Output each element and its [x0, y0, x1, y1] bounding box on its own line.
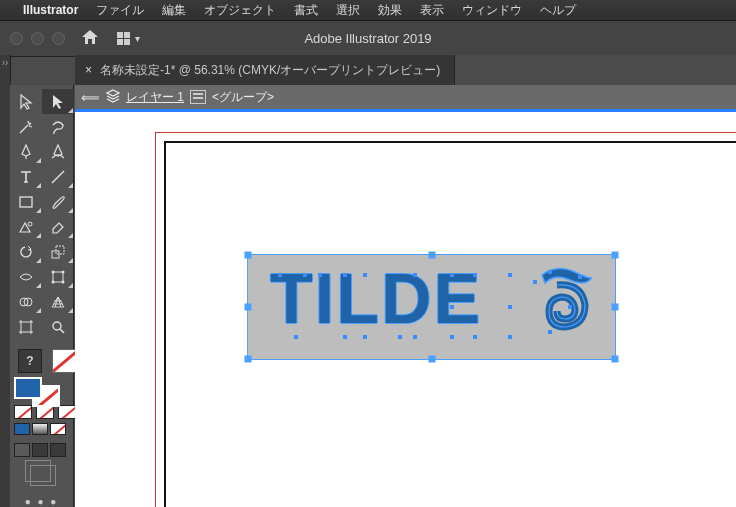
- app-title: Adobe Illustrator 2019: [304, 31, 431, 46]
- draw-behind-button[interactable]: [32, 443, 48, 457]
- screen-mode-button[interactable]: [30, 465, 56, 486]
- document-tab-label: 名称未設定-1* @ 56.31% (CMYK/オーバープリントプレビュー): [100, 62, 440, 79]
- svg-point-6: [61, 270, 64, 273]
- pen-tool[interactable]: [10, 139, 42, 164]
- menu-view[interactable]: 表示: [411, 0, 453, 20]
- none-mini-swatch[interactable]: [58, 405, 76, 419]
- menu-window[interactable]: ウィンドウ: [453, 0, 531, 20]
- fill-mini-swatch[interactable]: [14, 405, 32, 419]
- svg-point-5: [51, 270, 54, 273]
- handle-bot-left[interactable]: [245, 356, 252, 363]
- layers-icon[interactable]: [106, 89, 120, 106]
- artboard-tool[interactable]: [10, 314, 42, 339]
- handle-top-mid[interactable]: [428, 252, 435, 259]
- handle-top-right[interactable]: [612, 252, 619, 259]
- svg-point-8: [61, 280, 64, 283]
- document-tab[interactable]: × 名称未設定-1* @ 56.31% (CMYK/オーバープリントプレビュー): [75, 55, 455, 85]
- line-segment-tool[interactable]: [42, 164, 74, 189]
- menu-effect[interactable]: 効果: [369, 0, 411, 20]
- zoom-tool[interactable]: [42, 314, 74, 339]
- gradient-mode-button[interactable]: [32, 423, 48, 435]
- width-tool[interactable]: [10, 264, 42, 289]
- perspective-grid-tool[interactable]: [42, 289, 74, 314]
- draw-normal-button[interactable]: [14, 443, 30, 457]
- document-tabs: × 名称未設定-1* @ 56.31% (CMYK/オーバープリントプレビュー): [75, 55, 736, 86]
- menu-type[interactable]: 書式: [285, 0, 327, 20]
- handle-mid-left[interactable]: [245, 304, 252, 311]
- chevron-down-icon: ▾: [135, 33, 140, 44]
- current-layer-link[interactable]: レイヤー 1: [126, 89, 184, 106]
- home-button[interactable]: [81, 29, 99, 49]
- selected-group[interactable]: TILDE: [247, 254, 616, 360]
- handle-bot-mid[interactable]: [428, 356, 435, 363]
- close-icon[interactable]: ×: [85, 63, 92, 77]
- tool-panel: ? ● ● ●: [10, 85, 74, 507]
- curvature-tool[interactable]: [42, 139, 74, 164]
- svg-point-1: [28, 222, 32, 226]
- window-close-button[interactable]: [10, 32, 23, 45]
- window-controls: [0, 32, 65, 45]
- shaper-tool[interactable]: [10, 214, 42, 239]
- unknown-tool-placeholder[interactable]: ?: [18, 349, 42, 373]
- scale-tool[interactable]: [42, 239, 74, 264]
- handle-bot-right[interactable]: [612, 356, 619, 363]
- paintbrush-tool[interactable]: [42, 189, 74, 214]
- magic-wand-tool[interactable]: [10, 114, 42, 139]
- svg-rect-3: [56, 246, 64, 254]
- menu-edit[interactable]: 編集: [153, 0, 195, 20]
- none-mode-button[interactable]: [50, 423, 66, 435]
- menu-help[interactable]: ヘルプ: [531, 0, 585, 20]
- rotate-tool[interactable]: [10, 239, 42, 264]
- menu-select[interactable]: 選択: [327, 0, 369, 20]
- workspace-switcher[interactable]: ▾: [117, 32, 140, 46]
- draw-inside-button[interactable]: [50, 443, 66, 457]
- mac-menubar: Illustrator ファイル 編集 オブジェクト 書式 選択 効果 表示 ウ…: [0, 0, 736, 21]
- window-max-button[interactable]: [52, 32, 65, 45]
- rectangle-tool[interactable]: [10, 189, 42, 214]
- layer-navigation-bar: ⟸ レイヤー 1 <グループ>: [75, 85, 736, 110]
- svg-rect-11: [21, 322, 31, 332]
- handle-top-left[interactable]: [245, 252, 252, 259]
- canvas[interactable]: TILDE: [75, 109, 736, 507]
- svg-point-12: [53, 322, 61, 330]
- color-mode-button[interactable]: [14, 423, 30, 435]
- window-min-button[interactable]: [31, 32, 44, 45]
- direct-selection-tool[interactable]: [42, 89, 74, 114]
- menu-file[interactable]: ファイル: [87, 0, 153, 20]
- fill-color-swatch[interactable]: [14, 377, 42, 399]
- lasso-tool[interactable]: [42, 114, 74, 139]
- artwork-swoosh[interactable]: [537, 265, 597, 335]
- handle-mid-right[interactable]: [612, 304, 619, 311]
- back-arrow-icon[interactable]: ⟸: [81, 90, 100, 105]
- current-object-label: <グループ>: [212, 89, 274, 106]
- fill-stroke-swatch[interactable]: [14, 377, 70, 405]
- stroke-mini-swatch[interactable]: [36, 405, 54, 419]
- group-icon: [190, 90, 206, 104]
- selection-tool[interactable]: [10, 89, 42, 114]
- menu-object[interactable]: オブジェクト: [195, 0, 285, 20]
- free-transform-tool[interactable]: [42, 264, 74, 289]
- edit-toolbar-button[interactable]: ● ● ●: [25, 496, 59, 507]
- artwork-text[interactable]: TILDE: [270, 259, 482, 339]
- svg-rect-0: [20, 197, 32, 207]
- type-tool[interactable]: [10, 164, 42, 189]
- app-menu[interactable]: Illustrator: [14, 0, 87, 20]
- application-bar: ▾ Adobe Illustrator 2019: [0, 21, 736, 57]
- svg-rect-4: [53, 272, 63, 282]
- svg-point-7: [51, 280, 54, 283]
- eraser-tool[interactable]: [42, 214, 74, 239]
- shape-builder-tool[interactable]: [10, 289, 42, 314]
